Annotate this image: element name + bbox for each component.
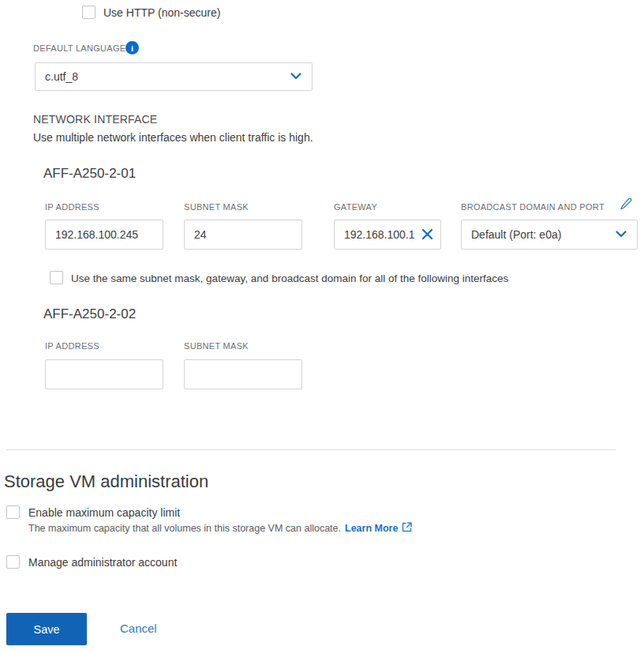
node2-ip-label: IP ADDRESS (45, 341, 99, 351)
node1-ip-input[interactable] (45, 220, 163, 250)
node1-subnet-label: SUBNET MASK (184, 202, 249, 212)
manage-admin-checkbox-label[interactable]: Manage administrator account (28, 556, 177, 569)
node1-title: AFF-A250-2-01 (43, 166, 136, 182)
node2-ip-input[interactable] (45, 359, 163, 389)
default-language-select[interactable]: c.utf_8 (35, 62, 313, 91)
node1-gateway-label: GATEWAY (334, 202, 377, 212)
node1-broadcast-select[interactable]: Default (Port: e0a) (461, 220, 638, 250)
node1-broadcast-value: Default (Port: e0a) (471, 228, 561, 241)
max-capacity-checkbox[interactable] (6, 505, 20, 519)
default-language-value: c.utf_8 (45, 70, 78, 83)
use-http-checkbox-label[interactable]: Use HTTP (non-secure) (103, 6, 220, 19)
cancel-button[interactable]: Cancel (120, 622, 157, 635)
manage-admin-checkbox[interactable] (6, 555, 20, 569)
learn-more-label: Learn More (345, 523, 398, 534)
learn-more-link[interactable]: Learn More (345, 521, 413, 535)
same-settings-checkbox[interactable] (50, 271, 63, 284)
max-capacity-checkbox-label[interactable]: Enable maximum capacity limit (28, 506, 180, 519)
storage-vm-settings-page: Use HTTP (non-secure) DEFAULT LANGUAGE i… (0, 0, 644, 650)
external-link-icon[interactable] (401, 521, 413, 535)
node2-subnet-label: SUBNET MASK (184, 341, 249, 351)
use-http-checkbox[interactable] (82, 6, 95, 19)
edit-pencil-icon[interactable] (620, 197, 633, 214)
clear-gateway-icon[interactable] (421, 227, 434, 244)
info-icon[interactable]: i (125, 41, 139, 54)
chevron-down-icon (290, 70, 302, 85)
node1-broadcast-label: BROADCAST DOMAIN AND PORT (461, 202, 605, 212)
chevron-down-icon (615, 227, 627, 242)
storage-vm-admin-title: Storage VM administration (4, 472, 208, 492)
node2-subnet-input[interactable] (184, 359, 302, 389)
max-capacity-description: The maximum capacity that all volumes in… (28, 521, 413, 535)
section-divider (6, 449, 616, 450)
max-capacity-description-text: The maximum capacity that all volumes in… (28, 523, 341, 534)
node2-title: AFF-A250-2-02 (43, 306, 136, 322)
same-settings-checkbox-label[interactable]: Use the same subnet mask, gateway, and b… (71, 272, 508, 284)
network-interface-subtitle: Use multiple network interfaces when cli… (33, 131, 313, 144)
default-language-label: DEFAULT LANGUAGE (33, 43, 125, 53)
save-button[interactable]: Save (6, 613, 87, 645)
network-interface-title: NETWORK INTERFACE (33, 113, 157, 126)
node1-subnet-input[interactable] (184, 220, 302, 250)
node1-ip-label: IP ADDRESS (45, 202, 99, 212)
